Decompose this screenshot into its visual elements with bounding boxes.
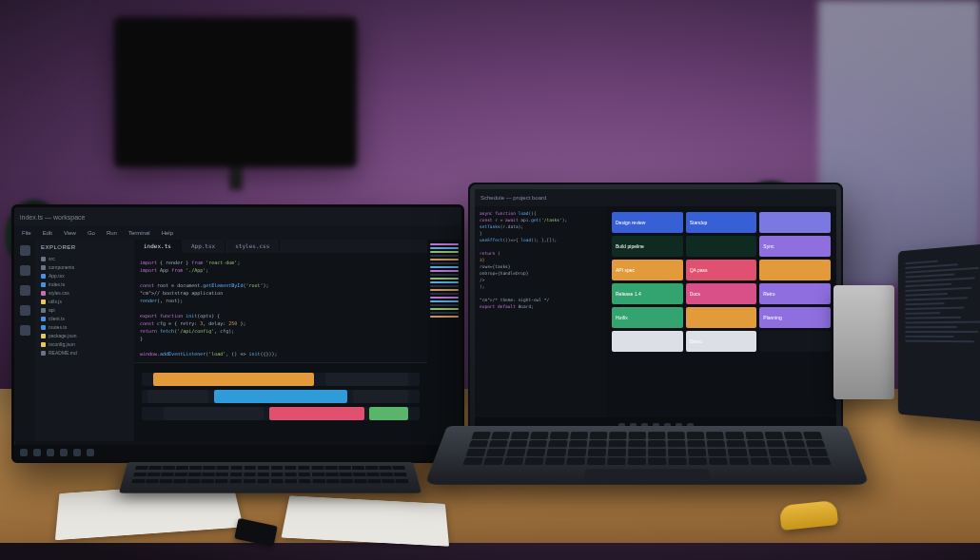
schedule-grid[interactable]: Design reviewStandupBuild pipelineSyncAP… [606, 206, 836, 417]
activity-bar[interactable] [14, 240, 35, 441]
file-tree-item[interactable]: App.tsx [41, 272, 128, 280]
window-title: Schedule — project board [480, 195, 546, 201]
menu-item[interactable]: Terminal [128, 230, 150, 236]
file-tree-item[interactable]: components [41, 263, 128, 272]
timeline-clip[interactable] [369, 407, 408, 420]
schedule-cell[interactable]: API spec [612, 260, 683, 280]
menu-bar[interactable]: FileEditViewGoRunTerminalHelp [14, 226, 461, 240]
laptop-keyboard[interactable] [462, 432, 831, 465]
menu-item[interactable]: View [64, 230, 76, 236]
workspace-photo: index.ts — workspace FileEditViewGoRunTe… [0, 0, 980, 560]
window-title: index.ts — workspace [20, 214, 85, 221]
side-laptop [898, 242, 980, 423]
timeline-panel[interactable] [134, 362, 427, 441]
taskbar-app-icon[interactable] [33, 449, 41, 456]
schedule-cell[interactable] [612, 331, 683, 352]
schedule-cell[interactable]: Release 1.4 [612, 283, 683, 304]
timeline-clip[interactable] [325, 373, 409, 386]
taskbar-app-icon[interactable] [60, 449, 68, 456]
schedule-cell[interactable]: Demo [686, 331, 757, 352]
timeline-clip[interactable] [147, 390, 208, 403]
menu-item[interactable]: Edit [43, 230, 52, 236]
schedule-cell[interactable]: Sync [759, 236, 831, 257]
menu-item[interactable]: Go [88, 230, 95, 236]
schedule-cell[interactable] [759, 260, 831, 280]
schedule-cell[interactable]: Docs [686, 283, 757, 304]
window-titlebar[interactable]: Schedule — project board [475, 189, 836, 206]
schedule-cell[interactable] [759, 331, 831, 352]
code-editor[interactable]: index.tsApp.tsxstyles.css import { rende… [134, 240, 427, 441]
timeline-clip[interactable] [269, 407, 363, 420]
file-tree-item[interactable]: package.json [41, 332, 128, 340]
external-monitor: index.ts — workspace FileEditViewGoRunTe… [11, 204, 464, 463]
timeline-clip[interactable] [214, 390, 347, 403]
file-tree-item[interactable]: index.ts [41, 280, 128, 289]
file-tree-item[interactable]: styles.css [41, 289, 128, 298]
editor-tab[interactable]: index.ts [134, 240, 182, 253]
timeline-clip[interactable] [153, 373, 314, 386]
timeline-track[interactable] [142, 373, 420, 386]
menu-item[interactable]: Run [107, 230, 117, 236]
window-titlebar[interactable]: index.ts — workspace [14, 207, 461, 226]
minimap[interactable] [427, 240, 461, 441]
mounted-monitor-off [114, 17, 357, 167]
git-icon[interactable] [20, 285, 30, 296]
search-icon[interactable] [20, 265, 30, 276]
extensions-icon[interactable] [20, 325, 30, 336]
schedule-cell[interactable] [686, 307, 757, 328]
explorer-header: EXPLORER [41, 243, 128, 252]
menu-item[interactable]: File [22, 230, 31, 236]
file-tree-item[interactable]: tsconfig.json [41, 340, 128, 349]
timeline-track[interactable] [142, 407, 420, 420]
files-icon[interactable] [20, 245, 30, 256]
timeline-track[interactable] [142, 390, 420, 403]
timeline-clip[interactable] [164, 407, 264, 420]
file-tree-item[interactable]: routes.ts [41, 323, 128, 332]
schedule-cell[interactable] [759, 212, 831, 233]
external-keyboard[interactable] [119, 462, 421, 493]
file-tree-item[interactable]: README.md [41, 349, 128, 357]
file-explorer[interactable]: EXPLORER srccomponentsApp.tsxindex.tssty… [35, 240, 134, 441]
schedule-cell[interactable]: QA pass [686, 260, 757, 280]
schedule-cell[interactable]: Retro [759, 283, 831, 304]
schedule-cell[interactable]: Standup [686, 212, 757, 233]
timeline-clip[interactable] [353, 390, 408, 403]
editor-tab[interactable]: App.tsx [182, 240, 225, 253]
code-editor[interactable]: async function load(){ const r = await a… [475, 206, 606, 417]
laptop-screen: Schedule — project board async function … [468, 183, 843, 441]
schedule-cell[interactable]: Planning [759, 307, 831, 328]
schedule-cell[interactable]: Design review [612, 212, 683, 233]
schedule-cell[interactable]: Hotfix [612, 307, 683, 328]
debug-icon[interactable] [20, 305, 30, 316]
start-icon[interactable] [20, 449, 28, 456]
editor-tabs[interactable]: index.tsApp.tsxstyles.css [134, 240, 427, 253]
laptop-base [424, 426, 869, 485]
schedule-cell[interactable]: Build pipeline [612, 236, 683, 257]
file-tree-item[interactable]: src [41, 255, 128, 263]
schedule-cell[interactable] [686, 236, 757, 257]
taskbar-app-icon[interactable] [47, 449, 54, 456]
menu-item[interactable]: Help [162, 230, 173, 236]
code-content[interactable]: import { render } from 'react-dom';impor… [140, 259, 421, 357]
os-taskbar[interactable] [14, 445, 461, 460]
file-tree-item[interactable]: utils.js [41, 298, 128, 306]
trackpad[interactable] [584, 469, 711, 480]
taskbar-app-icon[interactable] [73, 449, 81, 456]
file-tree-item[interactable]: api [41, 306, 128, 315]
taskbar-app-icon[interactable] [87, 449, 94, 456]
speaker [833, 285, 894, 399]
notebook [282, 495, 450, 546]
editor-tab[interactable]: styles.css [225, 240, 280, 253]
file-tree-item[interactable]: client.ts [41, 315, 128, 323]
